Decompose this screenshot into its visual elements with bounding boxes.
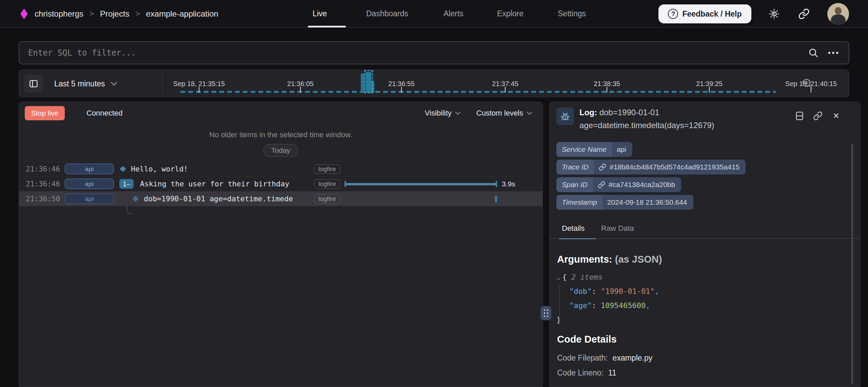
share-link-icon[interactable] <box>796 6 812 22</box>
feedback-help-label: Feedback / Help <box>682 9 742 19</box>
log-point-marker <box>495 196 497 202</box>
arguments-json-tree: ⌄{ 2 items "dob": "1990-01-01", "age": 1… <box>556 270 659 327</box>
log-timestamp: 21:36:46 <box>26 180 60 188</box>
search-icon[interactable] <box>808 47 819 59</box>
details-tab-bar: Details Raw Data <box>550 224 860 239</box>
timeline-baseline <box>180 91 776 93</box>
tab-details[interactable]: Details <box>562 224 585 233</box>
zoom-in-icon[interactable] <box>801 77 814 90</box>
code-details-heading: Code Details <box>557 334 617 345</box>
log-details-panel: Log: dob=1990-01-01 age=datetime.timedel… <box>549 102 861 387</box>
close-icon[interactable]: ✕ <box>831 111 841 121</box>
log-timestamp: 21:36:46 <box>26 165 60 173</box>
timeline-tick-mark <box>709 87 710 93</box>
empty-notice-section: No older items in the selected time wind… <box>19 124 542 162</box>
log-message: Asking the user for their birthday <box>140 180 289 188</box>
user-avatar[interactable] <box>827 3 849 25</box>
log-row-dob-selected[interactable]: 21:36:50 api dob=1990-01-01 age=datetime… <box>19 191 542 206</box>
json-dob-line: "dob": "1990-01-01", <box>556 284 659 299</box>
code-filepath-label: Code Filepath: <box>557 353 608 362</box>
log-diamond-icon <box>132 196 138 202</box>
json-collapse-icon[interactable]: ⌄ <box>556 271 561 283</box>
span-duration-label: 3.9s <box>502 180 515 188</box>
trace-id-value: #18b84cb4847b5d574c4ad9121935a415 <box>610 163 739 171</box>
details-header: Log: dob=1990-01-01 age=datetime.timedel… <box>550 102 860 142</box>
live-panel-header: Stop live Connected Visibility Custom le… <box>19 102 542 124</box>
service-badge[interactable]: api <box>65 194 114 204</box>
timeline-tick-mark <box>607 87 607 93</box>
today-button[interactable]: Today <box>263 144 298 157</box>
json-items-note: 2 items <box>571 273 603 281</box>
log-rows: 21:36:46 api Hello, world! logfire 21:36… <box>19 162 542 206</box>
logfire-tag[interactable]: logfire <box>314 164 340 174</box>
filter-more-menu-icon[interactable]: ••• <box>828 48 840 57</box>
code-filepath-row: Code Filepath:example.py <box>557 353 652 363</box>
collapse-children-chip[interactable]: 1– <box>119 179 134 189</box>
connection-status: Connected <box>86 109 122 118</box>
copy-link-icon[interactable] <box>813 111 823 121</box>
tab-dashboards[interactable]: Dashboards <box>366 0 408 27</box>
timestamp-chip[interactable]: Timestamp 2024-09-18 21:36:50.644 <box>556 195 693 210</box>
tab-settings[interactable]: Settings <box>558 0 586 27</box>
timestamp-label: Timestamp <box>556 195 603 210</box>
stop-live-button[interactable]: Stop live <box>25 106 65 120</box>
service-name-value: api <box>612 145 632 154</box>
log-diamond-icon <box>120 166 126 172</box>
span-id-value: #ca741384ca2a20bb <box>609 181 675 189</box>
json-indent-guide <box>559 284 560 325</box>
timeline-selection-box[interactable] <box>364 70 373 93</box>
timeline-tick-mark <box>199 87 199 93</box>
span-id-chip[interactable]: Span ID #ca741384ca2a20bb <box>556 177 681 192</box>
logfire-tag[interactable]: logfire <box>314 194 340 204</box>
log-message: Hello, world! <box>131 165 188 173</box>
tab-alerts[interactable]: Alerts <box>443 0 463 27</box>
visibility-label: Visibility <box>425 109 452 118</box>
code-lineno-label: Code Lineno: <box>557 368 604 377</box>
service-badge[interactable]: api <box>65 179 114 189</box>
custom-levels-dropdown[interactable]: Custom levels <box>476 109 532 118</box>
sql-filter-input[interactable] <box>19 48 808 58</box>
tab-live[interactable]: Live <box>313 0 327 27</box>
arguments-heading-suffix: (as JSON) <box>612 254 662 265</box>
feedback-help-button[interactable]: ? Feedback / Help <box>658 4 751 23</box>
debug-level-icon <box>556 107 574 125</box>
duration-line <box>344 183 497 185</box>
timeline-toolbar: Last 5 minutes Sep 18, 21:35:15 21:36:05… <box>19 69 849 97</box>
live-log-panel: Stop live Connected Visibility Custom le… <box>19 102 543 387</box>
attribute-chips: Service Name api Trace ID #18b84cb4847b5… <box>556 142 746 210</box>
time-range-label: Last 5 minutes <box>54 79 105 88</box>
code-lineno-row: Code Lineno:11 <box>557 368 616 378</box>
logfire-tag[interactable]: logfire <box>314 179 340 189</box>
service-name-chip[interactable]: Service Name api <box>556 142 632 157</box>
time-range-dropdown[interactable]: Last 5 minutes <box>54 70 117 98</box>
top-navigation-bar: christophergs > Projects > example-appli… <box>0 0 868 28</box>
tab-raw-data[interactable]: Raw Data <box>601 224 634 233</box>
timeline-tick-mark <box>300 87 301 93</box>
theme-toggle-icon[interactable] <box>766 6 782 22</box>
json-age-line: "age": 1095465600, <box>556 299 659 313</box>
active-details-tab-underline <box>559 238 596 239</box>
log-row-asking-birthday[interactable]: 21:36:46 api 1– Asking the user for thei… <box>19 177 542 191</box>
code-filepath-value: example.py <box>613 353 653 362</box>
timeline-tick-mark <box>401 87 402 93</box>
trace-id-chip[interactable]: Trace ID #18b84cb4847b5d574c4ad9121935a4… <box>556 160 746 175</box>
tab-explore[interactable]: Explore <box>497 0 524 27</box>
visibility-dropdown[interactable]: Visibility <box>425 109 461 118</box>
details-title-value: dob=1990-01-01 age=datetime.timedelta(da… <box>579 108 714 130</box>
avatar-silhouette-torso <box>831 15 846 25</box>
toggle-sidebar-icon[interactable] <box>24 75 43 93</box>
code-lineno-value: 11 <box>608 368 616 377</box>
details-title: Log: dob=1990-01-01 age=datetime.timedel… <box>579 106 793 132</box>
trace-link-icon <box>599 163 606 171</box>
details-scrollbar[interactable] <box>851 143 853 385</box>
json-open-line[interactable]: ⌄{ 2 items <box>556 270 659 284</box>
toolbar-divider <box>162 73 163 95</box>
log-message: dob=1990-01-01 age=datetime.timede <box>144 195 293 203</box>
timeline-histogram[interactable]: Sep 18, 21:35:15 21:36:05 21:36:55 21:37… <box>165 70 820 98</box>
service-badge[interactable]: api <box>65 164 114 174</box>
split-view-icon[interactable] <box>794 111 805 121</box>
panel-resize-handle[interactable] <box>540 306 551 320</box>
question-circle-icon: ? <box>668 9 678 19</box>
timestamp-value: 2024-09-18 21:36:50.644 <box>603 198 693 206</box>
log-row-hello-world[interactable]: 21:36:46 api Hello, world! logfire <box>19 162 542 177</box>
